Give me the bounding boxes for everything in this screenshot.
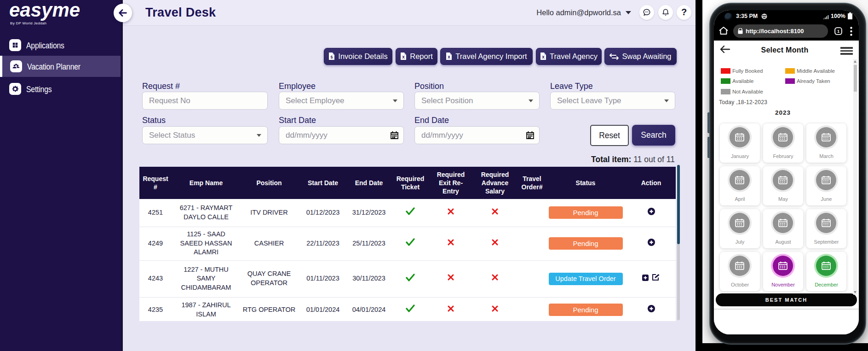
svg-text:x: x bbox=[448, 54, 451, 59]
svg-text:$: $ bbox=[331, 55, 333, 59]
svg-text:x: x bbox=[402, 54, 405, 59]
svg-text:x: x bbox=[542, 54, 545, 59]
svg-text:1: 1 bbox=[837, 29, 839, 34]
